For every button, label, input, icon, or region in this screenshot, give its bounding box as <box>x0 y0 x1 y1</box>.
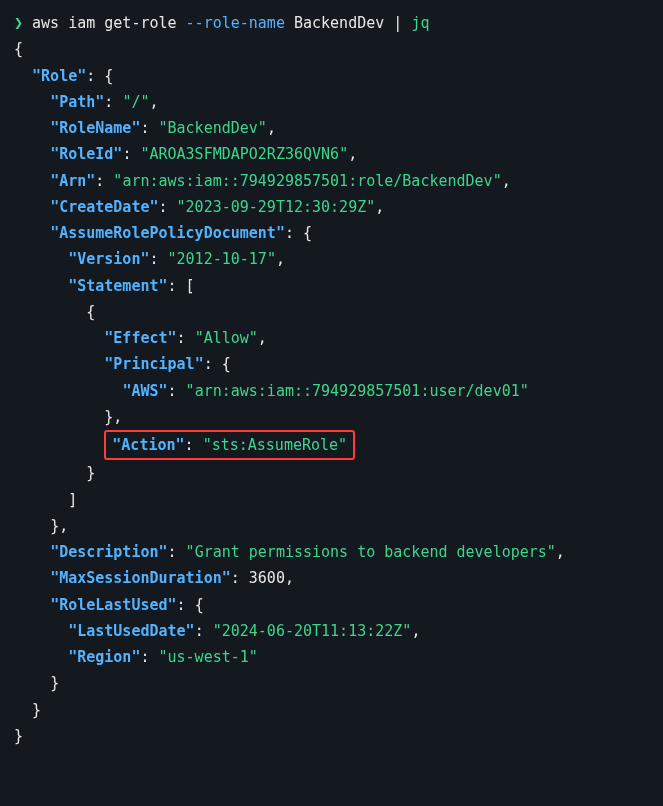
command-text: aws iam get-role --role-name BackendDev … <box>23 14 429 32</box>
json-output: { "Role": { "Path": "/", "RoleName": "Ba… <box>14 36 649 749</box>
terminal[interactable]: ❯ aws iam get-role --role-name BackendDe… <box>14 10 649 749</box>
prompt-icon: ❯ <box>14 14 23 32</box>
highlighted-action: "Action": "sts:AssumeRole" <box>104 430 355 460</box>
command-line: ❯ aws iam get-role --role-name BackendDe… <box>14 10 649 36</box>
